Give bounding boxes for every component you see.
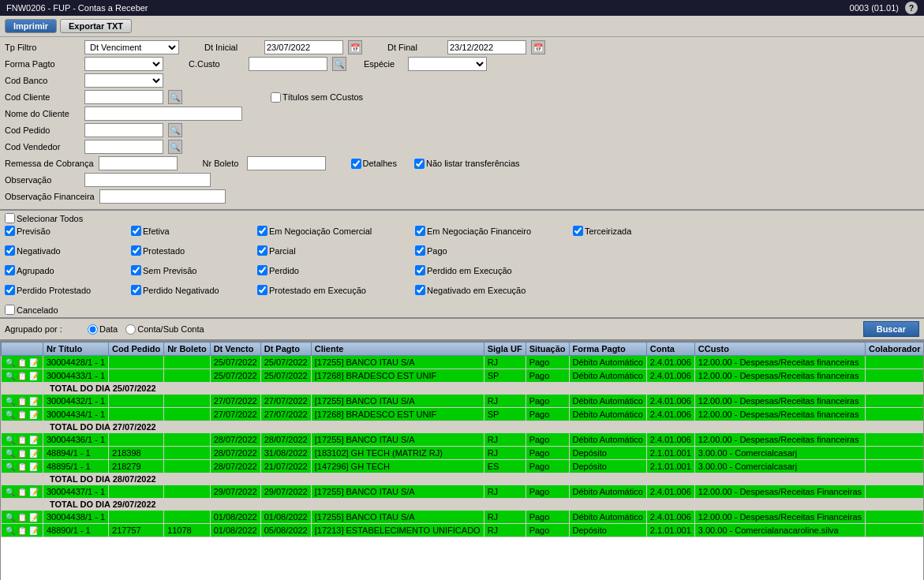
cell-empty xyxy=(2,383,43,395)
col-situacao[interactable]: Situação xyxy=(526,342,569,356)
row-search-icon[interactable]: 🔍 xyxy=(5,370,16,381)
row-doc-icon[interactable]: 📋 xyxy=(17,525,28,536)
nr-boleto-input[interactable] xyxy=(247,156,326,170)
check-efetiva[interactable]: Efetiva xyxy=(131,226,257,236)
row-search-icon[interactable]: 🔍 xyxy=(5,447,16,458)
row-edit-icon[interactable]: 📝 xyxy=(28,525,39,536)
help-icon[interactable]: ? xyxy=(905,2,918,14)
col-cod-pedido[interactable]: Cod Pedido xyxy=(109,342,164,356)
check-perdido-negativado[interactable]: Perdido Negativado xyxy=(131,285,257,295)
col-dt-vencto[interactable]: Dt Vencto xyxy=(210,342,260,356)
col-nr-boleto[interactable]: Nr Boleto xyxy=(164,342,211,356)
row-doc-icon[interactable]: 📋 xyxy=(17,395,28,406)
row-search-icon[interactable]: 🔍 xyxy=(5,434,16,445)
row-search-icon[interactable]: 🔍 xyxy=(5,409,16,420)
row-doc-icon[interactable]: 📋 xyxy=(17,434,28,445)
col-dt-pagto[interactable]: Dt Pagto xyxy=(260,342,311,356)
cod-pedido-input[interactable] xyxy=(84,123,163,137)
check-cancelado[interactable]: Cancelado xyxy=(5,305,131,315)
nao-listar-checkbox[interactable] xyxy=(414,159,425,169)
tp-filtro-select[interactable]: Dt Venciment xyxy=(84,40,179,54)
check-terceirizada[interactable]: Terceirizada xyxy=(573,226,668,236)
especie-select[interactable] xyxy=(408,57,487,71)
ccusto-search-icon[interactable]: 🔍 xyxy=(332,57,346,71)
row-search-icon[interactable]: 🔍 xyxy=(5,486,16,497)
buscar-button[interactable]: Buscar xyxy=(863,321,919,337)
dt-final-calendar-icon[interactable]: 📅 xyxy=(531,40,545,54)
cod-banco-select[interactable] xyxy=(84,73,163,88)
check-em-neg-comercial[interactable]: Em Negociação Comercial xyxy=(257,226,415,236)
row-search-icon[interactable]: 🔍 xyxy=(5,395,16,406)
cod-pedido-search-icon[interactable]: 🔍 xyxy=(168,123,182,137)
selecionar-todos-check[interactable]: Selecionar Todos xyxy=(5,213,83,223)
check-parcial[interactable]: Parcial xyxy=(257,245,415,256)
cod-vendedor-search-icon[interactable]: 🔍 xyxy=(168,140,182,154)
row-edit-icon[interactable]: 📝 xyxy=(28,395,39,406)
selecionar-todos-checkbox[interactable] xyxy=(5,213,15,223)
col-colaborador[interactable]: Colaborador xyxy=(866,342,924,356)
cell-forma-pagto: Débito Automático xyxy=(569,395,646,408)
row-edit-icon[interactable]: 📝 xyxy=(28,511,39,522)
row-search-icon[interactable]: 🔍 xyxy=(5,525,16,536)
col-conta[interactable]: Conta xyxy=(646,342,694,356)
row-search-icon[interactable]: 🔍 xyxy=(5,357,16,368)
col-sigla-uf[interactable]: Sigla UF xyxy=(484,342,526,356)
print-button[interactable]: Imprimir xyxy=(5,19,57,33)
check-negativado[interactable]: Negativado xyxy=(5,245,131,256)
check-em-neg-financeiro[interactable]: Em Negociação Financeiro xyxy=(415,226,573,236)
observacao-fin-input[interactable] xyxy=(99,189,226,204)
detalhes-check[interactable]: Detalhes xyxy=(351,159,397,169)
check-previsao[interactable]: Previsão xyxy=(5,226,131,236)
dt-inicial-calendar-icon[interactable]: 📅 xyxy=(348,40,362,54)
cod-vendedor-input[interactable] xyxy=(84,140,163,154)
check-protestado[interactable]: Protestado xyxy=(131,245,257,256)
remessa-input[interactable] xyxy=(99,156,178,170)
check-perdido-protestado[interactable]: Perdido Protestado xyxy=(5,285,131,295)
check-agrupado[interactable]: Agrupado xyxy=(5,265,131,275)
total-label: TOTAL DO DIA 29/07/2022 xyxy=(43,499,924,511)
row-edit-icon[interactable]: 📝 xyxy=(28,461,39,472)
row-doc-icon[interactable]: 📋 xyxy=(17,511,28,522)
row-edit-icon[interactable]: 📝 xyxy=(28,357,39,368)
dt-inicial-input[interactable] xyxy=(264,40,343,54)
row-doc-icon[interactable]: 📋 xyxy=(17,461,28,472)
agrupado-por-label: Agrupado por : xyxy=(5,324,80,334)
export-button[interactable]: Exportar TXT xyxy=(60,19,132,33)
titulos-sem-ccustos-checkbox[interactable] xyxy=(271,92,281,103)
radio-data[interactable]: Data xyxy=(88,324,118,335)
nao-listar-check[interactable]: Não listar transferências xyxy=(414,159,520,169)
radio-conta[interactable]: Conta/Sub Conta xyxy=(125,324,204,335)
col-ccusto[interactable]: CCusto xyxy=(694,342,865,356)
row-search-icon[interactable]: 🔍 xyxy=(5,461,16,472)
check-sem-previsao[interactable]: Sem Previsão xyxy=(131,265,257,275)
row-doc-icon[interactable]: 📋 xyxy=(17,370,28,381)
row-edit-icon[interactable]: 📝 xyxy=(28,486,39,497)
row-doc-icon[interactable]: 📋 xyxy=(17,447,28,458)
row-search-icon[interactable]: 🔍 xyxy=(5,511,16,522)
col-nr-titulo[interactable]: Nr Título xyxy=(43,342,109,356)
titulos-sem-ccustos-check[interactable]: Títulos sem CCustos xyxy=(271,92,363,103)
row-edit-icon[interactable]: 📝 xyxy=(28,409,39,420)
nome-cliente-input[interactable] xyxy=(84,107,242,121)
cell-dt-vencto: 29/07/2022 xyxy=(210,485,260,499)
col-cliente[interactable]: Cliente xyxy=(311,342,484,356)
detalhes-checkbox[interactable] xyxy=(351,159,361,169)
check-pago[interactable]: Pago xyxy=(415,245,573,256)
cod-cliente-search-icon[interactable]: 🔍 xyxy=(168,90,182,104)
row-edit-icon[interactable]: 📝 xyxy=(28,434,39,445)
row-edit-icon[interactable]: 📝 xyxy=(28,447,39,458)
row-doc-icon[interactable]: 📋 xyxy=(17,357,28,368)
forma-pagto-select[interactable] xyxy=(84,57,163,71)
row-edit-icon[interactable]: 📝 xyxy=(28,370,39,381)
dt-final-input[interactable] xyxy=(447,40,526,54)
col-forma-pagto[interactable]: Forma Pagto xyxy=(569,342,646,356)
check-negativado-execucao[interactable]: Negativado em Execução xyxy=(415,285,573,295)
observacao-input[interactable] xyxy=(84,173,211,187)
check-protestado-execucao[interactable]: Protestado em Execução xyxy=(257,285,415,295)
row-doc-icon[interactable]: 📋 xyxy=(17,486,28,497)
ccusto-input[interactable] xyxy=(249,57,327,71)
row-doc-icon[interactable]: 📋 xyxy=(17,409,28,420)
check-perdido[interactable]: Perdido xyxy=(257,265,415,275)
check-perdido-execucao[interactable]: Perdido em Execução xyxy=(415,265,573,275)
cod-cliente-input[interactable] xyxy=(84,90,163,104)
